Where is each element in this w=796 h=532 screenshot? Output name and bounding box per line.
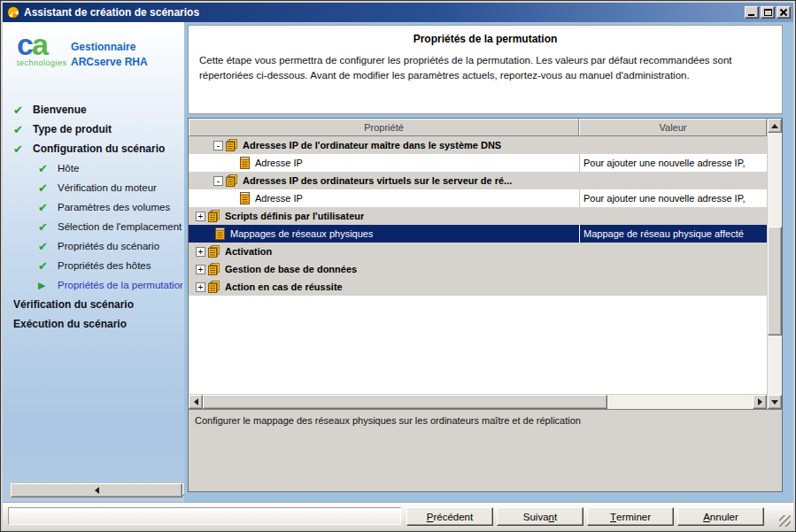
property-name-cell[interactable]: Mappages de réseaux physiques — [189, 225, 579, 243]
sidebar-step-label: Propriétés des hôtes — [58, 260, 151, 271]
current-step-arrow-icon: ▶ — [38, 281, 58, 290]
property-name-cell[interactable]: +Activation — [189, 243, 579, 260]
collapse-icon[interactable]: - — [213, 176, 223, 186]
check-icon: ✔ — [38, 260, 58, 272]
check-icon: ✔ — [38, 202, 58, 213]
scrollbar-track[interactable] — [607, 395, 753, 409]
sidebar-step-label: Vérification du moteur — [58, 182, 157, 193]
logo-subtitle: technologies — [17, 59, 67, 67]
property-row[interactable]: Mappages de réseaux physiquesMappage de … — [189, 225, 767, 243]
property-value-cell[interactable] — [579, 172, 767, 189]
check-icon: ✔ — [38, 182, 58, 194]
scroll-down-button[interactable] — [768, 395, 782, 409]
check-icon: ✔ — [13, 143, 33, 155]
property-value-cell[interactable]: Pour ajouter une nouvelle adresse IP, — [579, 189, 767, 207]
property-group-icon — [208, 281, 221, 293]
expand-icon[interactable]: + — [196, 247, 205, 257]
property-value-cell[interactable] — [579, 136, 767, 154]
property-group-icon — [226, 174, 239, 187]
property-group-icon — [226, 139, 239, 151]
maximize-button[interactable] — [761, 6, 775, 19]
wizard-main: Propriétés de la permutation Cette étape… — [184, 22, 793, 502]
sidebar-step-label: Sélection de l'emplacement de st — [58, 221, 182, 232]
expand-icon[interactable]: + — [196, 212, 205, 221]
resize-grip-icon[interactable] — [779, 515, 791, 527]
sidebar-step-label: Vérification du scénario — [13, 298, 134, 311]
property-row[interactable]: -Adresses IP des ordinateurs virtuels su… — [189, 172, 767, 189]
minimize-button[interactable] — [745, 6, 759, 19]
sidebar-step-label: Configuration du scénario — [33, 143, 165, 155]
sidebar-step: ✔Sélection de l'emplacement de st — [3, 217, 182, 236]
minimize-icon — [748, 14, 754, 16]
property-label: Scripts définis par l'utilisateur — [225, 211, 364, 221]
scroll-right-button[interactable] — [753, 395, 767, 409]
column-header-property: Propriété — [189, 119, 579, 136]
table-horizontal-scrollbar[interactable] — [189, 394, 767, 409]
property-name-cell[interactable]: -Adresses IP de l'ordinateur maître dans… — [189, 136, 579, 154]
check-icon: ✔ — [38, 221, 58, 233]
property-name-cell[interactable]: -Adresses IP des ordinateurs virtuels su… — [189, 172, 579, 189]
terminer-button[interactable]: Terminer — [587, 507, 674, 526]
property-row[interactable]: Adresse IPPour ajouter une nouvelle adre… — [189, 154, 767, 172]
check-icon: ✔ — [38, 241, 58, 252]
property-value-cell[interactable] — [579, 278, 767, 296]
property-row[interactable]: -Adresses IP de l'ordinateur maître dans… — [189, 136, 767, 154]
property-name-cell[interactable]: Adresse IP — [189, 154, 579, 172]
property-row[interactable]: +Gestion de base de données — [189, 260, 767, 278]
property-name-cell[interactable]: +Scripts définis par l'utilisateur — [189, 207, 579, 225]
sidebar-step: ✔Propriétés du scénario — [3, 236, 182, 256]
wizard-window: Assistant de création de scénarios ca te… — [0, 0, 796, 532]
table-vertical-scrollbar[interactable] — [767, 119, 782, 409]
sidebar-step-label: Exécution du scénario — [13, 318, 127, 330]
sidebar-step-label: Type de produit — [33, 123, 112, 135]
property-label: Action en cas de réussite — [225, 281, 343, 292]
sidebar-horizontal-scrollbar[interactable] — [10, 482, 183, 497]
property-value-cell[interactable]: Mappage de réseau physique affecté — [579, 225, 767, 243]
product-name: Gestionnaire ARCserve RHA — [71, 40, 148, 70]
property-value-cell[interactable] — [579, 207, 767, 225]
property-value-cell[interactable] — [579, 243, 767, 260]
check-icon: ✔ — [13, 104, 33, 116]
property-label: Gestion de base de données — [225, 264, 357, 274]
expand-icon[interactable]: + — [196, 282, 205, 292]
property-value-cell[interactable] — [579, 260, 767, 278]
scroll-left-button[interactable] — [11, 483, 182, 497]
arrow-left-icon — [194, 398, 198, 405]
step-title: Propriétés de la permutation — [199, 33, 771, 45]
precedent-button[interactable]: Précédent — [406, 507, 493, 526]
sidebar-step-label: Bienvenue — [33, 104, 87, 116]
sidebar-step: Vérification du scénario — [3, 295, 182, 314]
property-label: Mappages de réseaux physiques — [230, 228, 373, 239]
scrollbar-thumb[interactable] — [768, 227, 782, 335]
property-row[interactable]: +Action en cas de réussite — [189, 278, 767, 296]
logo-letter-a: a — [32, 27, 47, 61]
suivant-button[interactable]: Suivant — [497, 507, 583, 526]
expand-icon[interactable]: + — [196, 265, 205, 274]
window-title: Assistant de création de scénarios — [24, 6, 743, 19]
property-row[interactable]: +Scripts définis par l'utilisateur — [189, 207, 767, 225]
property-label: Adresses IP de l'ordinateur maître dans … — [243, 140, 501, 150]
property-grid: Propriété Valeur -Adresses IP de l'ordin… — [188, 118, 783, 492]
column-header-value: Valeur — [579, 119, 767, 136]
property-name-cell[interactable]: Adresse IP — [189, 189, 579, 207]
scroll-up-button[interactable] — [768, 119, 782, 133]
close-button[interactable] — [777, 6, 791, 19]
sidebar-step-label: Propriétés du scénario — [58, 241, 159, 251]
window-body: ca technologies Gestionnaire ARCserve RH… — [3, 22, 793, 502]
sidebar-step: ▶Propriétés de la permutation — [3, 275, 182, 295]
maximize-icon — [764, 9, 772, 16]
property-name-cell[interactable]: +Action en cas de réussite — [189, 278, 579, 296]
ca-logo: ca technologies — [17, 29, 67, 67]
property-value-cell[interactable]: Pour ajouter une nouvelle adresse IP, — [579, 154, 767, 172]
wizard-steps: ✔Bienvenue✔Type de produit✔Configuration… — [3, 100, 182, 334]
property-grid-columns: Propriété Valeur -Adresses IP de l'ordin… — [189, 119, 767, 409]
scrollbar-track[interactable] — [768, 335, 782, 395]
scroll-left-button[interactable] — [189, 395, 203, 409]
property-row[interactable]: Adresse IPPour ajouter une nouvelle adre… — [189, 189, 767, 207]
scrollbar-thumb[interactable] — [203, 395, 607, 409]
collapse-icon[interactable]: - — [213, 141, 223, 150]
sidebar-step: ✔Type de produit — [3, 120, 182, 139]
annuler-button[interactable]: Annuler — [677, 507, 764, 526]
property-row[interactable]: +Activation — [189, 243, 767, 260]
property-name-cell[interactable]: +Gestion de base de données — [189, 260, 579, 278]
